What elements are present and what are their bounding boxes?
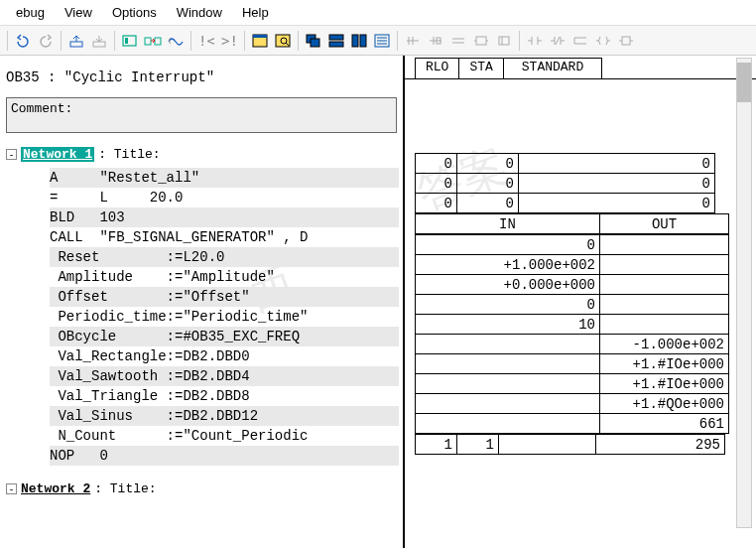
value-table: 000000000 IN OUT 0+1.000e+002+0.000e+000… [415, 153, 756, 455]
separator [298, 31, 299, 51]
io-cell: +1.#QOe+000 [600, 394, 729, 414]
network-1-header: - Network 1: Title: [6, 147, 399, 162]
vertical-scrollbar[interactable] [736, 58, 752, 528]
scrollbar-thumb[interactable] [737, 63, 751, 102]
list-icon[interactable] [371, 30, 393, 52]
status-cell: 0 [416, 174, 457, 194]
collapse-toggle-icon[interactable]: - [6, 149, 17, 160]
bracket-icon[interactable] [119, 30, 141, 52]
svg-rect-18 [360, 35, 366, 47]
io-cell: 0 [416, 295, 600, 315]
code-line[interactable]: Val_Triangle :=DB2.DBD8 [50, 386, 399, 406]
io-cell [416, 335, 600, 354]
svg-rect-17 [352, 35, 358, 47]
code-line[interactable]: N_Count :="Count_Periodic [50, 426, 399, 446]
branch-icon[interactable] [569, 30, 591, 52]
io-cell [416, 374, 600, 394]
status-cell: 0 [457, 194, 519, 213]
svg-text:>!: >! [221, 34, 237, 48]
code-line[interactable]: NOP 0 [50, 446, 399, 466]
io-cell: 661 [600, 414, 729, 434]
window-icon[interactable] [249, 30, 271, 52]
code-line[interactable]: Val_Sawtooth :=DB2.DBD4 [50, 366, 399, 386]
coil-icon[interactable] [592, 30, 614, 52]
undo-icon[interactable] [12, 30, 34, 52]
code-line[interactable]: Reset :=L20.0 [50, 247, 399, 267]
tile-v-icon[interactable] [348, 30, 370, 52]
find-window-icon[interactable] [272, 30, 294, 52]
redo-icon[interactable] [35, 30, 57, 52]
io-cell [600, 275, 729, 295]
io-cell: -1.000e+002 [600, 335, 729, 354]
network5-icon[interactable] [493, 30, 515, 52]
io-cell [600, 235, 729, 255]
ob-desc: "Cyclic Interrupt" [64, 69, 214, 85]
code-line[interactable]: CALL "FB_SIGNAL_GENERATOR" , D [50, 227, 399, 247]
svg-rect-2 [123, 36, 136, 46]
svg-rect-15 [329, 35, 343, 40]
code-line[interactable]: Val_Rectangle:=DB2.DBD0 [50, 346, 399, 366]
separator [519, 31, 520, 51]
io-cell [416, 394, 600, 414]
svg-rect-14 [311, 39, 319, 47]
io-cell: 0 [416, 235, 600, 255]
svg-rect-5 [155, 38, 161, 45]
svg-rect-9 [253, 35, 267, 38]
code-line[interactable]: = L 20.0 [50, 188, 399, 207]
menu-debug[interactable]: ebug [8, 3, 53, 22]
tab-rlo[interactable]: RLO [415, 58, 459, 78]
network3-icon[interactable] [447, 30, 469, 52]
code-line[interactable]: Periodic_time:="Periodic_time" [50, 307, 399, 327]
io-cell [600, 255, 729, 275]
status-pane: RLO STA STANDARD 000000000 IN OUT 0+1.00… [405, 56, 756, 548]
network4-icon[interactable] [470, 30, 492, 52]
status-cell: 0 [519, 154, 715, 174]
comment-label: Comment: [11, 101, 72, 116]
box-icon[interactable] [615, 30, 637, 52]
menu-view[interactable]: View [57, 3, 100, 22]
separator [61, 31, 62, 51]
code-line[interactable]: Amplitude :="Amplitude" [50, 267, 399, 287]
io-header-table: IN OUT [415, 213, 729, 234]
code-line[interactable]: A "Restet_all" [50, 168, 399, 188]
tab-standard[interactable]: STANDARD [503, 58, 602, 78]
code-line[interactable]: BLD 103 [50, 207, 399, 227]
upload-icon[interactable] [65, 30, 87, 52]
network2-icon[interactable] [425, 30, 446, 52]
code-line[interactable]: Offset :="Offset" [50, 287, 399, 307]
menu-window[interactable]: Window [169, 3, 230, 22]
collapse-toggle-icon[interactable]: - [6, 483, 17, 494]
top-status-table: 000000000 [415, 153, 715, 213]
bottom-cell: 1 [457, 435, 499, 455]
svg-rect-1 [93, 42, 105, 47]
left-exclaim-icon[interactable]: !< [195, 30, 217, 52]
right-exclaim-icon[interactable]: >! [218, 30, 240, 52]
network-1-label[interactable]: Network 1 [21, 147, 94, 162]
code-line[interactable]: OBcycle :=#OB35_EXC_FREQ [50, 327, 399, 346]
bottom-status-table: 1 1 295 [415, 434, 725, 455]
next-icon[interactable] [142, 30, 164, 52]
monitor-icon[interactable] [165, 30, 187, 52]
status-tabs: RLO STA STANDARD [405, 58, 756, 79]
ob-name: OB35 [6, 69, 40, 85]
code-listing[interactable]: A "Restet_all"= L 20.0BLD 103CALL "FB_SI… [50, 168, 399, 466]
svg-rect-4 [145, 38, 151, 45]
contact-close-icon[interactable] [547, 30, 568, 52]
tab-sta[interactable]: STA [458, 58, 503, 78]
io-cell [416, 414, 600, 434]
download-icon[interactable] [88, 30, 110, 52]
tile-h-icon[interactable] [325, 30, 347, 52]
network-1-title: : Title: [98, 147, 160, 162]
network-2-title: : Title: [94, 481, 156, 496]
menu-options[interactable]: Options [104, 3, 165, 22]
comment-box[interactable]: Comment: [6, 97, 397, 133]
network-2-label[interactable]: Network 2 [21, 481, 90, 496]
cascade-icon[interactable] [303, 30, 324, 52]
io-cell: +1.#IOe+000 [600, 354, 729, 374]
code-line[interactable]: Val_Sinus :=DB2.DBD12 [50, 406, 399, 426]
bottom-cell: 1 [416, 435, 457, 455]
menu-help[interactable]: Help [234, 3, 277, 22]
contact-open-icon[interactable] [524, 30, 546, 52]
network-icon[interactable] [402, 30, 424, 52]
io-cell [600, 295, 729, 315]
